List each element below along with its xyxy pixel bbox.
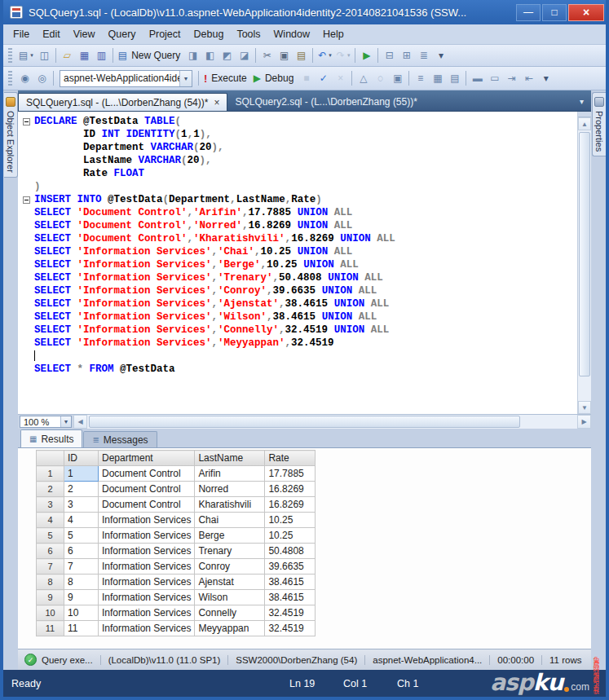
- row-header[interactable]: 10: [37, 605, 64, 621]
- toolbar-overflow-button[interactable]: ▾: [432, 46, 449, 64]
- code-line-3[interactable]: Department VARCHAR(20),: [18, 141, 577, 154]
- menu-item-tools[interactable]: Tools: [230, 25, 267, 43]
- results-to-file-button[interactable]: ▤: [446, 69, 463, 87]
- grid-row[interactable]: 1010Information ServicesConnelly32.4519: [37, 605, 316, 621]
- save-button[interactable]: ▦: [76, 46, 93, 64]
- toolbar-overflow-button[interactable]: ▾: [537, 69, 554, 87]
- activity-monitor-button[interactable]: ◫: [36, 46, 53, 64]
- code-line-14[interactable]: SELECT 'Information Services','Conroy',3…: [18, 284, 577, 297]
- grid-cell[interactable]: 10.25: [265, 528, 316, 544]
- grid-row[interactable]: 33Document ControlKharatishvili16.8269: [37, 497, 316, 513]
- row-header[interactable]: 11: [37, 621, 64, 636]
- grid-cell[interactable]: Connelly: [195, 605, 265, 621]
- minimize-button[interactable]: —: [516, 4, 541, 21]
- grid-cell[interactable]: Document Control: [99, 482, 195, 497]
- template-explorer-button[interactable]: ≣: [415, 46, 432, 64]
- xmla-query-button[interactable]: ◪: [236, 46, 253, 64]
- menu-item-help[interactable]: Help: [316, 25, 351, 43]
- document-tab-2[interactable]: SQLQuery2.sql - (L...\DorbenZhang (55))*: [227, 93, 424, 111]
- editor-vertical-scrollbar[interactable]: ▲ ▼: [577, 112, 591, 414]
- grid-row[interactable]: 88Information ServicesAjenstat38.4615: [37, 575, 316, 590]
- grid-cell[interactable]: Information Services: [99, 575, 195, 590]
- intellisense-button[interactable]: ▣: [389, 69, 406, 87]
- grid-corner-header[interactable]: [37, 451, 64, 466]
- grid-cell[interactable]: Arifin: [195, 466, 265, 482]
- grid-cell[interactable]: Berge: [195, 528, 265, 544]
- vertical-scroll-thumb[interactable]: [579, 132, 590, 376]
- grid-cell[interactable]: 32.4519: [265, 621, 316, 636]
- grid-cell[interactable]: 50.4808: [265, 544, 316, 559]
- toolbar-grip[interactable]: [8, 71, 12, 86]
- cancel-query-button[interactable]: ×: [332, 69, 349, 87]
- column-header-rate[interactable]: Rate: [265, 451, 316, 466]
- grid-cell[interactable]: Document Control: [99, 466, 195, 482]
- grid-cell[interactable]: 10: [64, 605, 99, 621]
- code-line-7[interactable]: INSERT INTO @TestData(Department,LastNam…: [18, 193, 577, 206]
- registered-servers-button[interactable]: ⊟: [381, 46, 398, 64]
- copy-button[interactable]: ▣: [276, 46, 293, 64]
- scroll-up-icon[interactable]: ▲: [578, 117, 591, 130]
- grid-cell[interactable]: Chai: [195, 513, 265, 528]
- code-line-1[interactable]: DECLARE @TestData TABLE(: [18, 115, 577, 128]
- menu-item-view[interactable]: View: [67, 25, 102, 43]
- code-line-11[interactable]: SELECT 'Information Services','Chai',10.…: [18, 245, 577, 258]
- grid-cell[interactable]: Meyyappan: [195, 621, 265, 636]
- horizontal-scroll-track[interactable]: [87, 415, 577, 429]
- object-explorer-tab[interactable]: Object Explorer: [4, 92, 18, 178]
- database-engine-query-button[interactable]: ◨: [184, 46, 201, 64]
- row-header[interactable]: 4: [37, 513, 64, 528]
- grid-cell[interactable]: Information Services: [99, 513, 195, 528]
- grid-cell[interactable]: 6: [64, 544, 99, 559]
- toolbar-grip[interactable]: [8, 48, 12, 63]
- comment-button[interactable]: ▬: [469, 69, 486, 87]
- query-options-button[interactable]: ◌: [372, 69, 389, 87]
- new-query-menu-button[interactable]: ▤▾: [16, 46, 36, 64]
- grid-cell[interactable]: Information Services: [99, 544, 195, 559]
- menu-item-file[interactable]: File: [7, 25, 36, 43]
- document-tab-1[interactable]: SQLQuery1.sql - (L...\DorbenZhang (54))*…: [18, 93, 227, 111]
- chevron-down-icon[interactable]: ▼: [60, 416, 71, 427]
- outdent-button[interactable]: ⇤: [520, 69, 537, 87]
- connect-button[interactable]: ◉: [16, 69, 33, 87]
- results-to-text-button[interactable]: ≡: [412, 69, 429, 87]
- execute-button[interactable]: !Execute: [201, 69, 251, 87]
- grid-cell[interactable]: 10.25: [265, 513, 316, 528]
- grid-cell[interactable]: 11: [64, 621, 99, 636]
- grid-cell[interactable]: Conroy: [195, 559, 265, 575]
- grid-cell[interactable]: 8: [64, 575, 99, 590]
- save-all-button[interactable]: ▥: [93, 46, 110, 64]
- code-line-2[interactable]: ID INT IDENTITY(1,1),: [18, 128, 577, 141]
- chevron-down-icon[interactable]: ▼: [179, 71, 192, 86]
- properties-tab[interactable]: Properties: [592, 92, 606, 156]
- splitter-handle[interactable]: [578, 112, 591, 117]
- code-line-4[interactable]: LastName VARCHAR(20),: [18, 154, 577, 167]
- mdx-query-button[interactable]: ◧: [201, 46, 218, 64]
- grid-cell[interactable]: 3: [64, 497, 99, 513]
- row-header[interactable]: 9: [37, 590, 64, 605]
- open-file-button[interactable]: ▱: [59, 46, 76, 64]
- paste-button[interactable]: ▤: [293, 46, 310, 64]
- grid-cell[interactable]: Document Control: [99, 497, 195, 513]
- row-header[interactable]: 7: [37, 559, 64, 575]
- grid-cell[interactable]: Wilson: [195, 590, 265, 605]
- row-header[interactable]: 8: [37, 575, 64, 590]
- code-line-15[interactable]: SELECT 'Information Services','Ajenstat'…: [18, 297, 577, 310]
- tab-list-chevron-icon[interactable]: ▾: [574, 97, 589, 106]
- menu-item-edit[interactable]: Edit: [36, 25, 67, 43]
- column-header-department[interactable]: Department: [99, 451, 195, 466]
- grid-row[interactable]: 44Information ServicesChai10.25: [37, 513, 316, 528]
- menu-item-debug[interactable]: Debug: [188, 25, 231, 43]
- grid-cell[interactable]: 16.8269: [265, 482, 316, 497]
- grid-row[interactable]: 1111Information ServicesMeyyappan32.4519: [37, 621, 316, 636]
- menu-item-project[interactable]: Project: [143, 25, 188, 43]
- code-line-12[interactable]: SELECT 'Information Services','Berge',10…: [18, 258, 577, 271]
- object-explorer-window-button[interactable]: ⊞: [398, 46, 415, 64]
- results-to-grid-button[interactable]: ▦: [429, 69, 446, 87]
- indent-button[interactable]: ⇥: [503, 69, 520, 87]
- tab-messages[interactable]: ≣Messages: [83, 431, 157, 447]
- stop-button[interactable]: ■: [298, 69, 315, 87]
- grid-row[interactable]: 99Information ServicesWilson38.4615: [37, 590, 316, 605]
- grid-cell[interactable]: Information Services: [99, 621, 195, 636]
- row-header[interactable]: 6: [37, 544, 64, 559]
- menu-item-query[interactable]: Query: [102, 25, 143, 43]
